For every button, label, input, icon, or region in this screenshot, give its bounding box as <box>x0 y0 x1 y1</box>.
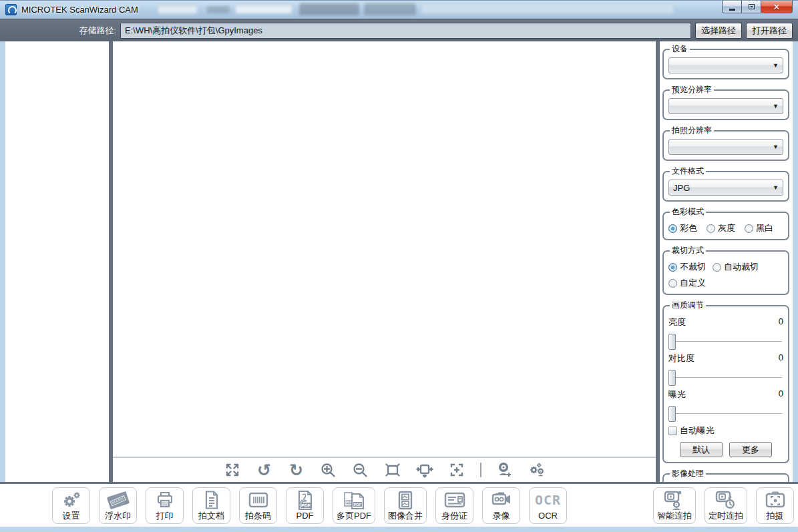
close-button[interactable]: ✕ <box>761 1 793 13</box>
record-video-button[interactable]: 录像 <box>482 487 520 524</box>
webcam-add-icon[interactable] <box>496 461 514 479</box>
body: ↺ ↻ <box>0 41 798 482</box>
glass-reflection <box>421 4 674 15</box>
preview-canvas[interactable] <box>113 41 656 457</box>
minimize-button[interactable] <box>722 1 742 13</box>
timed-burst-button[interactable]: 定时连拍 <box>705 487 747 524</box>
id-card-button[interactable]: 身份证 <box>435 487 473 524</box>
zoom-out-icon[interactable] <box>352 461 369 479</box>
glass-reflection <box>299 3 359 15</box>
button-label: 拍摄 <box>767 511 784 521</box>
radio-no-crop[interactable]: 不裁切 <box>668 261 706 273</box>
brightness-value: 0 <box>779 316 783 328</box>
button-label: 录像 <box>493 511 510 521</box>
chevron-down-icon: ▼ <box>773 103 779 109</box>
bottom-toolbar: 设置 MARK 浮水印 打印 <box>0 484 798 527</box>
document-icon <box>202 490 221 511</box>
radio-icon <box>668 263 677 272</box>
merge-images-button[interactable]: 图像合并 <box>384 487 427 524</box>
thumbnail-list-panel[interactable] <box>5 41 109 482</box>
smart-burst-button[interactable]: 智能连拍 <box>653 487 696 524</box>
radio-bw[interactable]: 黑白 <box>745 222 773 234</box>
watermark-icon: MARK <box>108 490 128 511</box>
pdf-button[interactable]: PDF PDF <box>286 487 324 524</box>
button-label: 拍条码 <box>245 511 271 521</box>
photo-resolution-group: 拍照分辨率 ▼ <box>662 125 789 161</box>
capture-document-button[interactable]: 拍文档 <box>192 487 230 524</box>
exposure-control: 曝光 0 <box>668 388 783 422</box>
button-label: 设置 <box>63 511 80 521</box>
more-button[interactable]: 更多 <box>729 442 772 457</box>
button-label: 智能连拍 <box>657 511 692 521</box>
brightness-label: 亮度 <box>668 316 686 328</box>
capture-barcode-button[interactable]: 拍条码 <box>239 487 277 524</box>
crop-mode-label: 裁切方式 <box>670 245 706 256</box>
svg-text:PDF: PDF <box>301 503 311 507</box>
settings-button[interactable]: 设置 <box>52 487 90 524</box>
slider-thumb[interactable] <box>668 406 676 422</box>
radio-label: 彩色 <box>680 222 697 234</box>
button-label: 浮水印 <box>105 511 131 521</box>
close-icon: ✕ <box>773 2 781 12</box>
ocr-button[interactable]: OCR OCR <box>529 487 567 524</box>
focus-center-icon[interactable] <box>448 461 465 479</box>
brightness-slider[interactable] <box>668 334 783 350</box>
auto-exposure-checkbox[interactable]: 自动曝光 <box>668 425 783 437</box>
radio-custom-crop[interactable]: 自定义 <box>668 277 783 289</box>
toolbar-separator <box>480 463 481 477</box>
quality-group: 画质调节 亮度 0 对比度 0 <box>662 300 789 463</box>
radio-color[interactable]: 彩色 <box>668 222 697 234</box>
pdf-icon: PDF <box>296 490 315 511</box>
button-label: PDF <box>296 511 314 521</box>
open-path-button[interactable]: 打开路径 <box>746 23 793 39</box>
exposure-label: 曝光 <box>668 388 686 401</box>
fit-width-icon[interactable] <box>416 461 433 479</box>
default-button[interactable]: 默认 <box>680 442 723 457</box>
window-controls: ✕ <box>722 1 793 13</box>
fit-expand-icon[interactable] <box>224 461 241 479</box>
button-label: 定时连拍 <box>709 511 743 521</box>
print-button[interactable]: 打印 <box>146 487 184 524</box>
contrast-slider[interactable] <box>668 370 783 386</box>
multi-page-pdf-button[interactable]: PDF PDF 多页PDF <box>333 487 375 524</box>
rotate-right-icon[interactable]: ↻ <box>288 461 305 479</box>
file-format-label: 文件格式 <box>670 166 706 177</box>
choose-path-button[interactable]: 选择路径 <box>695 23 742 39</box>
restore-button[interactable] <box>742 1 761 13</box>
radio-gray[interactable]: 灰度 <box>707 222 735 234</box>
button-label: 多页PDF <box>337 511 371 521</box>
preview-resolution-select[interactable]: ▼ <box>668 98 783 114</box>
radio-label: 自定义 <box>680 277 706 289</box>
ocr-icon: OCR <box>535 490 561 511</box>
watermark-button[interactable]: MARK 浮水印 <box>99 487 137 524</box>
canvas-toolbar: ↺ ↻ <box>113 458 656 482</box>
photo-resolution-label: 拍照分辨率 <box>670 125 714 136</box>
slider-thumb[interactable] <box>668 370 676 386</box>
rotate-left-icon[interactable]: ↺ <box>256 461 273 479</box>
storage-path-label: 存储路径: <box>5 25 120 37</box>
capture-icon <box>764 490 787 511</box>
capture-button[interactable]: 拍摄 <box>756 487 794 524</box>
color-mode-label: 色彩模式 <box>670 206 706 218</box>
file-format-select[interactable]: JPG ▼ <box>668 180 783 196</box>
radio-icon <box>668 224 677 233</box>
radio-auto-crop[interactable]: 自动裁切 <box>713 261 759 273</box>
fit-screen-icon[interactable] <box>384 461 401 479</box>
printer-icon <box>154 490 176 511</box>
contrast-value: 0 <box>779 352 783 364</box>
preview-resolution-group: 预览分辨率 ▼ <box>662 84 789 120</box>
file-format-value: JPG <box>673 183 773 193</box>
photo-resolution-select[interactable]: ▼ <box>668 139 783 155</box>
chevron-down-icon: ▼ <box>773 144 779 150</box>
slider-track <box>668 413 782 414</box>
radio-label: 不裁切 <box>680 261 706 273</box>
zoom-in-icon[interactable] <box>320 461 337 479</box>
titlebar: MICROTEK ScanWizard CAM ✕ <box>0 0 798 19</box>
device-select[interactable]: ▼ <box>668 57 783 73</box>
webcam-settings-icon[interactable] <box>528 461 546 479</box>
storage-path-input[interactable] <box>120 23 691 39</box>
slider-thumb[interactable] <box>668 334 676 350</box>
exposure-slider[interactable] <box>668 406 783 422</box>
minimize-icon <box>729 9 735 11</box>
radio-label: 灰度 <box>718 222 735 234</box>
